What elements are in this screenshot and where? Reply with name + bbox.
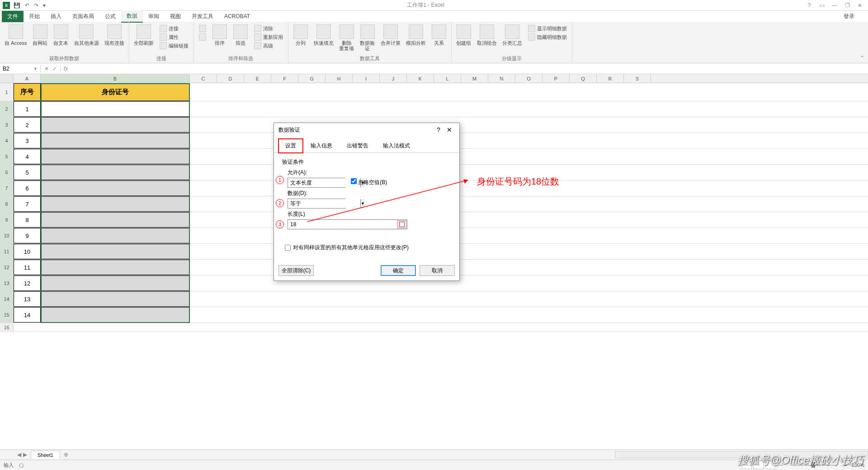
cell-A14[interactable]: 13	[14, 291, 41, 307]
col-header-N[interactable]: N	[488, 74, 515, 83]
help-icon[interactable]: ?	[805, 2, 814, 9]
col-header-A[interactable]: A	[14, 74, 41, 83]
cell-B4[interactable]	[41, 133, 190, 148]
view-page-layout-button[interactable]	[754, 461, 764, 469]
tab-developer[interactable]: 开发工具	[186, 11, 219, 22]
apply-all-input[interactable]	[285, 245, 291, 251]
ignore-blank-checkbox[interactable]: 忽略空值(B)	[351, 178, 387, 186]
row-header-4[interactable]: 4	[0, 133, 14, 148]
col-header-L[interactable]: L	[434, 74, 461, 83]
zoom-slider[interactable]	[791, 465, 836, 466]
zoom-level[interactable]: 100%	[852, 462, 864, 468]
dialog-tab-ime-mode[interactable]: 输入法模式	[376, 139, 417, 153]
row-header-13[interactable]: 13	[0, 275, 14, 291]
relationships-button[interactable]: 关系	[429, 24, 448, 47]
dialog-help-icon[interactable]: ?	[433, 126, 444, 133]
from-access-button[interactable]: 自 Access	[3, 24, 29, 47]
cell-A12[interactable]: 11	[14, 260, 41, 275]
connections-button[interactable]: 连接	[158, 24, 190, 33]
qat-customize-icon[interactable]: ▾	[42, 2, 47, 9]
row-header-15[interactable]: 15	[0, 307, 14, 323]
cell-B9[interactable]	[41, 212, 190, 228]
tab-file[interactable]: 文件	[2, 11, 24, 22]
ok-button[interactable]: 确定	[381, 265, 416, 276]
refresh-all-button[interactable]: 全部刷新	[132, 24, 156, 47]
restore-icon[interactable]: ❐	[843, 2, 852, 9]
cell-A2[interactable]: 1	[14, 101, 41, 117]
range-selector-button[interactable]	[397, 220, 406, 228]
row-header-2[interactable]: 2	[0, 101, 14, 117]
group-button[interactable]: 创建组	[454, 24, 473, 47]
flash-fill-button[interactable]: 快速填充	[312, 24, 335, 47]
row-header-9[interactable]: 9	[0, 212, 14, 228]
sort-az-button[interactable]	[198, 24, 208, 33]
row-header-16[interactable]: 16	[0, 323, 14, 332]
col-header-H[interactable]: H	[326, 74, 353, 83]
cell-B11[interactable]	[41, 244, 190, 259]
row-header-8[interactable]: 8	[0, 196, 14, 212]
cell-B8[interactable]	[41, 196, 190, 212]
show-detail-button[interactable]: 显示明细数据	[527, 24, 568, 33]
sheet-nav-prev-icon[interactable]: ◀	[17, 451, 21, 458]
cell-A6[interactable]: 5	[14, 165, 41, 180]
cell-A4[interactable]: 3	[14, 133, 41, 148]
add-sheet-button[interactable]: ⊕	[60, 450, 72, 459]
cell-B5[interactable]	[41, 149, 190, 164]
from-text-button[interactable]: 自文本	[52, 24, 71, 47]
close-icon[interactable]: ✕	[855, 2, 864, 9]
what-if-button[interactable]: 模拟分析	[404, 24, 428, 47]
data-input[interactable]	[288, 199, 360, 208]
cell-A8[interactable]: 7	[14, 196, 41, 212]
subtotal-button[interactable]: 分类汇总	[500, 24, 524, 47]
fx-enter-icon[interactable]: ✓	[52, 66, 57, 72]
dialog-tab-settings[interactable]: 设置	[278, 139, 303, 153]
horizontal-scrollbar[interactable]	[615, 451, 868, 458]
col-header-F[interactable]: F	[271, 74, 298, 83]
col-header-I[interactable]: I	[353, 74, 380, 83]
sheet-tab-sheet1[interactable]: Sheet1	[31, 451, 60, 459]
allow-input[interactable]	[288, 178, 360, 187]
row-header-12[interactable]: 12	[0, 260, 14, 275]
row-header-7[interactable]: 7	[0, 180, 14, 196]
tab-home[interactable]: 开始	[24, 11, 45, 22]
properties-button[interactable]: 属性	[158, 33, 190, 41]
data-validation-button[interactable]: 数据验 证	[358, 24, 377, 52]
col-header-E[interactable]: E	[244, 74, 271, 83]
zoom-out-button[interactable]: −	[777, 462, 785, 468]
qat-undo-icon[interactable]: ↶	[24, 2, 30, 9]
reapply-button[interactable]: 重新应用	[253, 33, 284, 41]
cell-B14[interactable]	[41, 291, 190, 307]
tab-view[interactable]: 视图	[165, 11, 186, 22]
cell-A15[interactable]: 14	[14, 307, 41, 323]
remove-duplicates-button[interactable]: 删除 重复项	[337, 24, 356, 52]
dialog-tab-error-alert[interactable]: 出错警告	[340, 139, 375, 153]
cell-B6[interactable]	[41, 165, 190, 180]
length-input[interactable]	[288, 220, 397, 229]
cell-B15[interactable]	[41, 307, 190, 323]
collapse-ribbon-icon[interactable]: ⌃	[856, 53, 868, 63]
col-header-R[interactable]: R	[597, 74, 624, 83]
edit-links-button[interactable]: 编辑链接	[158, 42, 190, 50]
cell-B13[interactable]	[41, 275, 190, 291]
zoom-in-button[interactable]: +	[841, 462, 849, 468]
col-header-M[interactable]: M	[461, 74, 488, 83]
cell-A3[interactable]: 2	[14, 117, 41, 133]
cell-A11[interactable]: 10	[14, 244, 41, 259]
length-field[interactable]	[288, 219, 407, 229]
select-all-corner[interactable]	[0, 74, 14, 83]
existing-connections-button[interactable]: 现有连接	[103, 24, 126, 47]
macro-record-icon[interactable]: ▢	[19, 462, 24, 468]
from-web-button[interactable]: 自网站	[31, 24, 50, 47]
cell-B3[interactable]	[41, 117, 190, 133]
clear-all-button[interactable]: 全部清除(C)	[278, 265, 314, 276]
dialog-tab-input-message[interactable]: 输入信息	[304, 139, 339, 153]
row-header-14[interactable]: 14	[0, 291, 14, 307]
row-header-5[interactable]: 5	[0, 149, 14, 164]
fx-icon[interactable]: fx	[61, 66, 71, 72]
cell-A13[interactable]: 12	[14, 275, 41, 291]
col-header-B[interactable]: B	[41, 74, 190, 83]
col-header-D[interactable]: D	[217, 74, 244, 83]
text-to-columns-button[interactable]: 分列	[291, 24, 310, 47]
tab-insert[interactable]: 插入	[45, 11, 67, 22]
dialog-close-icon[interactable]: ✕	[444, 126, 455, 133]
